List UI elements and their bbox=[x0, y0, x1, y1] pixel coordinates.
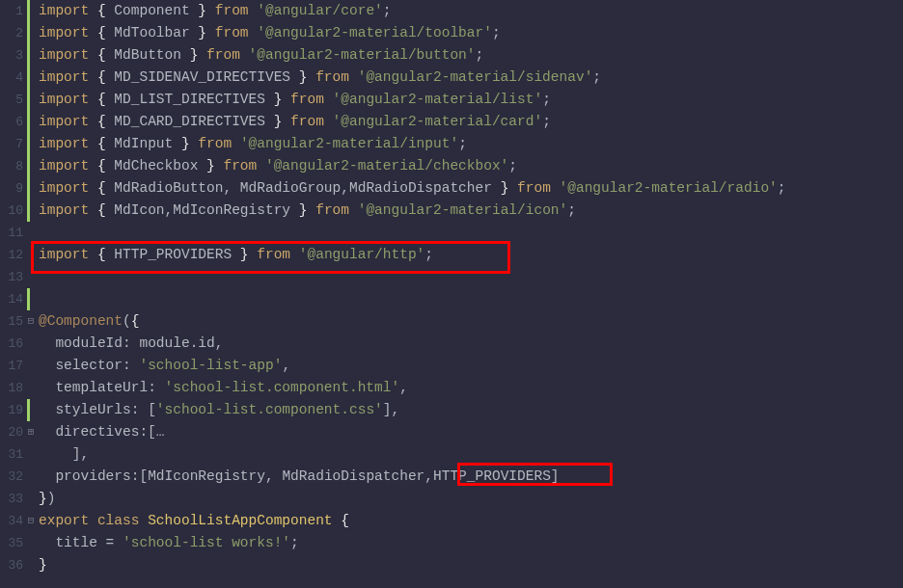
line-number: 16 bbox=[0, 333, 23, 355]
token-punc: : bbox=[123, 358, 139, 373]
token-punc: : bbox=[148, 380, 164, 395]
code-line[interactable]: import { MdIcon,MdIconRegistry } from '@… bbox=[35, 200, 903, 222]
line-number: 18 bbox=[0, 377, 23, 399]
token-kw: import bbox=[39, 25, 89, 40]
token-punc bbox=[282, 92, 290, 107]
token-punc bbox=[257, 158, 265, 174]
token-at: @Component bbox=[39, 313, 123, 329]
token-punc bbox=[89, 3, 97, 18]
code-line[interactable]: styleUrls: ['school-list.component.css']… bbox=[35, 399, 903, 421]
code-editor[interactable]: 1234567891011121314151617181920313233343… bbox=[0, 0, 903, 588]
code-line[interactable]: directives:[… bbox=[35, 421, 903, 443]
token-punc bbox=[198, 158, 206, 174]
token-key: templateUrl bbox=[55, 380, 148, 395]
line-number: 19 bbox=[0, 399, 23, 421]
line-number: 15 bbox=[0, 310, 23, 333]
token-punc bbox=[307, 202, 315, 218]
token-kw: from bbox=[198, 136, 232, 151]
token-punc bbox=[249, 25, 258, 40]
token-str: '@angular2-material/icon' bbox=[358, 202, 568, 218]
code-line[interactable]: import { MdCheckbox } from '@angular2-ma… bbox=[35, 155, 903, 177]
token-punc bbox=[232, 136, 240, 151]
code-line[interactable]: } bbox=[35, 554, 903, 576]
token-kw: from bbox=[290, 114, 324, 129]
token-kw: from bbox=[257, 247, 290, 262]
token-br: { bbox=[97, 202, 106, 218]
code-line[interactable]: import { MD_LIST_DIRECTIVES } from '@ang… bbox=[35, 89, 903, 111]
token-punc bbox=[181, 47, 190, 63]
token-punc: ], bbox=[39, 446, 89, 462]
token-br: { bbox=[97, 25, 106, 40]
token-str: 'school-list.component.css' bbox=[156, 402, 383, 417]
code-line[interactable] bbox=[35, 288, 903, 310]
code-line[interactable]: import { MdButton } from '@angular2-mate… bbox=[35, 44, 903, 67]
token-id: HTTP_PROVIDERS bbox=[433, 468, 551, 484]
token-punc: ], bbox=[383, 402, 399, 417]
code-line[interactable]: import { Component } from '@angular/core… bbox=[35, 0, 903, 22]
token-punc: ; bbox=[542, 92, 551, 107]
code-line[interactable] bbox=[35, 222, 903, 244]
code-line[interactable]: }) bbox=[35, 488, 903, 510]
fold-collapse-icon[interactable]: ⊟ bbox=[27, 310, 35, 333]
code-line[interactable]: providers:[MdIconRegistry, MdRadioDispat… bbox=[35, 466, 903, 488]
fold-expand-icon[interactable]: ⊞ bbox=[27, 421, 35, 443]
code-lines[interactable]: import { Component } from '@angular/core… bbox=[35, 0, 903, 588]
code-line[interactable]: import { MD_SIDENAV_DIRECTIVES } from '@… bbox=[35, 67, 903, 89]
line-number: 9 bbox=[0, 177, 23, 200]
code-line[interactable]: import { MdInput } from '@angular2-mater… bbox=[35, 133, 903, 155]
line-number: 13 bbox=[0, 266, 23, 288]
line-number: 14 bbox=[0, 288, 23, 310]
modification-indicator bbox=[27, 111, 30, 133]
code-line[interactable]: import { MdRadioButton, MdRadioGroup,MdR… bbox=[35, 177, 903, 200]
code-line[interactable]: export class SchoolListAppComponent { bbox=[35, 510, 903, 532]
token-key: directives bbox=[55, 424, 139, 440]
token-punc bbox=[39, 380, 55, 395]
code-line[interactable]: moduleId: module.id, bbox=[35, 333, 903, 355]
token-punc bbox=[39, 358, 55, 373]
token-punc: ; bbox=[508, 158, 517, 174]
line-number-gutter: 1234567891011121314151617181920313233343… bbox=[0, 0, 27, 588]
token-br: { bbox=[341, 513, 349, 528]
code-line[interactable]: title = 'school-list works!'; bbox=[35, 532, 903, 554]
token-key: styleUrls bbox=[55, 402, 130, 417]
token-punc: ; bbox=[592, 69, 601, 85]
code-line[interactable]: selector: 'school-list-app', bbox=[35, 355, 903, 377]
token-punc: , bbox=[282, 358, 290, 373]
code-line[interactable]: @Component({ bbox=[35, 310, 903, 333]
code-line[interactable]: import { HTTP_PROVIDERS } from '@angular… bbox=[35, 244, 903, 266]
line-number: 10 bbox=[0, 200, 23, 222]
token-punc bbox=[39, 424, 55, 440]
code-line[interactable]: import { MD_CARD_DIRECTIVES } from '@ang… bbox=[35, 111, 903, 133]
token-punc bbox=[551, 180, 560, 196]
token-punc: ; bbox=[290, 535, 299, 550]
token-kw: import bbox=[39, 180, 89, 196]
token-id: MD_SIDENAV_DIRECTIVES bbox=[114, 69, 290, 85]
token-kw: import bbox=[39, 247, 89, 262]
token-id: MdCheckbox bbox=[114, 158, 198, 174]
token-punc bbox=[206, 25, 215, 40]
code-line[interactable]: ], bbox=[35, 443, 903, 466]
token-punc: ] bbox=[551, 468, 560, 484]
token-punc: , bbox=[223, 180, 239, 196]
token-str: '@angular2-material/list' bbox=[333, 92, 543, 107]
code-line[interactable] bbox=[35, 266, 903, 288]
token-kw: from bbox=[223, 158, 257, 174]
modification-indicator bbox=[27, 67, 30, 89]
token-type: SchoolListAppComponent bbox=[148, 513, 332, 528]
token-punc bbox=[89, 202, 97, 218]
token-punc: : bbox=[123, 335, 139, 351]
token-kw: class bbox=[97, 513, 140, 528]
token-punc bbox=[89, 69, 97, 85]
token-punc: ; bbox=[778, 180, 786, 196]
token-punc: ; bbox=[567, 202, 576, 218]
token-punc: :[ bbox=[139, 424, 155, 440]
code-line[interactable]: import { MdToolbar } from '@angular2-mat… bbox=[35, 22, 903, 44]
code-line[interactable]: templateUrl: 'school-list.component.html… bbox=[35, 377, 903, 399]
modification-indicator bbox=[27, 177, 30, 200]
token-punc: :[ bbox=[131, 468, 148, 484]
token-punc bbox=[249, 247, 258, 262]
token-id: MdInput bbox=[114, 136, 173, 151]
fold-collapse-icon[interactable]: ⊟ bbox=[27, 510, 35, 532]
line-number: 11 bbox=[0, 222, 23, 244]
line-number: 35 bbox=[0, 532, 23, 554]
